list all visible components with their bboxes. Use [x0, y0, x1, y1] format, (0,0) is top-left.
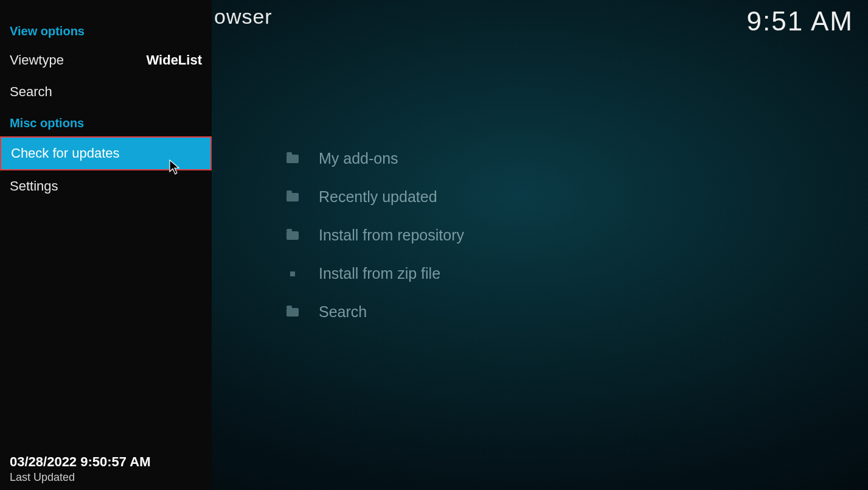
- settings-row[interactable]: Settings: [0, 170, 212, 202]
- list-item-label: Search: [319, 303, 367, 321]
- viewtype-value: WideList: [147, 52, 202, 68]
- folder-icon: [286, 308, 299, 317]
- viewtype-row[interactable]: Viewtype WideList: [0, 44, 212, 76]
- list-item-label: My add-ons: [319, 150, 398, 167]
- zip-icon: [286, 271, 299, 276]
- options-sidebar: View options Viewtype WideList Search Mi…: [0, 0, 212, 490]
- viewtype-label: Viewtype: [10, 52, 64, 68]
- main-area: owser 9:51 AM My add-ons Recently update…: [212, 0, 868, 490]
- folder-icon: [286, 155, 299, 163]
- folder-icon: [286, 231, 299, 240]
- footer-datetime: 03/28/2022 9:50:57 AM: [10, 454, 151, 470]
- search-label: Search: [10, 84, 52, 100]
- footer-last-updated-label: Last Updated: [10, 471, 151, 484]
- list-item-install-zip[interactable]: Install from zip file: [286, 265, 464, 282]
- list-item-search[interactable]: Search: [286, 303, 464, 321]
- list-item-label: Install from zip file: [319, 265, 440, 282]
- list-item-label: Recently updated: [319, 188, 437, 206]
- list-item-label: Install from repository: [319, 226, 464, 244]
- list-item-install-repository[interactable]: Install from repository: [286, 226, 464, 244]
- list-item-my-addons[interactable]: My add-ons: [286, 150, 464, 167]
- check-for-updates-label: Check for updates: [11, 145, 120, 161]
- page-title-partial: owser: [214, 5, 273, 29]
- list-item-recently-updated[interactable]: Recently updated: [286, 188, 464, 206]
- folder-icon: [286, 193, 299, 201]
- addon-list: My add-ons Recently updated Install from…: [286, 150, 464, 341]
- clock: 9:51 AM: [747, 6, 853, 37]
- misc-options-header: Misc options: [0, 108, 212, 136]
- check-for-updates-row[interactable]: Check for updates: [0, 136, 212, 170]
- view-options-header: View options: [0, 0, 212, 44]
- sidebar-footer: 03/28/2022 9:50:57 AM Last Updated: [10, 454, 151, 484]
- search-row[interactable]: Search: [0, 76, 212, 108]
- settings-label: Settings: [10, 178, 58, 194]
